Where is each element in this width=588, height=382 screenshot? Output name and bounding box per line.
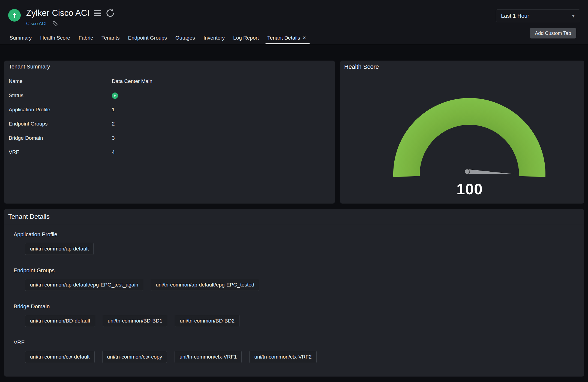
tenant-details-title: Tenant Details [8, 213, 50, 220]
tag-icon[interactable] [52, 21, 58, 27]
tenant-summary-header: Tenant Summary [4, 61, 335, 73]
app-root: Zylker Cisco ACI Cisco ACI Last 1 Hour ▼ [0, 0, 588, 382]
tab-outages[interactable]: Outages [175, 32, 196, 44]
tenant-details-panel: Tenant Details Application Profileuni/tn… [4, 209, 584, 377]
resource-chip: uni/tn-common/ap-default [25, 243, 94, 255]
resource-chip: uni/tn-common/ctx-VRF1 [175, 351, 242, 363]
tab-label: Log Report [233, 35, 259, 41]
resource-chip: uni/tn-common/ctx-VRF2 [249, 351, 316, 363]
detail-section-label: Application Profile [14, 231, 584, 237]
tab-label: Outages [175, 35, 195, 41]
tab-endpoint-groups[interactable]: Endpoint Groups [127, 32, 167, 44]
chevron-down-icon: ▼ [571, 14, 575, 18]
detail-chip-row: uni/tn-common/BD-defaultuni/tn-common/BD… [25, 315, 584, 327]
summary-row-value: 4 [112, 149, 115, 155]
tab-fabric[interactable]: Fabric [78, 32, 94, 44]
resource-chip: uni/tn-common/ap-default/epg-EPG_test_ag… [25, 279, 143, 291]
detail-section-bridge-domain: Bridge Domainuni/tn-common/BD-defaultuni… [14, 303, 584, 327]
resource-chip: uni/tn-common/BD-BD2 [175, 315, 239, 327]
summary-row-label: Endpoint Groups [4, 121, 112, 127]
tab-label: Tenants [101, 35, 120, 41]
gauge-needle [465, 169, 515, 174]
device-status-up-icon [8, 9, 21, 22]
tab-label: Inventory [203, 35, 225, 41]
summary-row-value: Data Center Main [112, 78, 152, 84]
resource-chip: uni/tn-common/BD-default [25, 315, 95, 327]
tab-label: Tenant Details [267, 35, 300, 41]
up-arrow-icon [11, 12, 18, 19]
summary-row-label: Name [4, 78, 112, 84]
resource-chip: uni/tn-common/ctx-copy [102, 351, 167, 363]
health-score-gauge: 100 [340, 61, 584, 204]
summary-row-label: Application Profile [4, 107, 112, 113]
detail-section-label: Bridge Domain [14, 303, 584, 309]
tab-tenant-details[interactable]: Tenant Details× [267, 32, 307, 44]
tab-label: Endpoint Groups [128, 35, 167, 41]
tenant-summary-rows: NameData Center MainStatusApplication Pr… [4, 73, 335, 159]
tab-health-score[interactable]: Health Score [40, 32, 71, 44]
summary-row-status: Status [4, 88, 335, 103]
health-score-panel: Health Score 100 [340, 61, 584, 204]
detail-section-label: VRF [14, 339, 584, 345]
tenant-details-header: Tenant Details [4, 209, 584, 224]
close-icon[interactable]: × [302, 35, 306, 41]
detail-chip-row: uni/tn-common/ap-default [25, 243, 584, 255]
tab-inventory[interactable]: Inventory [203, 32, 225, 44]
time-range-value: Last 1 Hour [501, 13, 529, 19]
device-type-link[interactable]: Cisco ACI [26, 21, 47, 26]
summary-row-vrf: VRF4 [4, 145, 335, 159]
status-up-icon [112, 92, 118, 99]
summary-row-bridge-domain: Bridge Domain3 [4, 131, 335, 145]
summary-row-endpoint-groups: Endpoint Groups2 [4, 117, 335, 131]
detail-section-endpoint-groups: Endpoint Groupsuni/tn-common/ap-default/… [14, 267, 584, 291]
detail-chip-row: uni/tn-common/ap-default/epg-EPG_test_ag… [25, 279, 584, 291]
resource-chip: uni/tn-common/BD-BD1 [103, 315, 167, 327]
summary-row-application-profile: Application Profile1 [4, 103, 335, 117]
tenant-details-sections: Application Profileuni/tn-common/ap-defa… [4, 231, 584, 363]
tab-summary[interactable]: Summary [9, 32, 32, 44]
summary-row-label: Status [4, 92, 112, 99]
summary-row-label: Bridge Domain [4, 135, 112, 141]
detail-section-label: Endpoint Groups [14, 267, 584, 273]
tenant-summary-title: Tenant Summary [9, 64, 50, 70]
tab-log-report[interactable]: Log Report [233, 32, 259, 44]
time-range-select[interactable]: Last 1 Hour ▼ [496, 10, 580, 22]
summary-row-value: 2 [112, 121, 115, 127]
detail-chip-row: uni/tn-common/ctx-defaultuni/tn-common/c… [25, 351, 584, 363]
tab-tenants[interactable]: Tenants [101, 32, 120, 44]
tab-bar: SummaryHealth ScoreFabricTenantsEndpoint… [9, 32, 307, 44]
detail-section-vrf: VRFuni/tn-common/ctx-defaultuni/tn-commo… [14, 339, 584, 363]
menu-icon[interactable] [94, 10, 101, 17]
summary-row-label: VRF [4, 149, 112, 155]
detail-section-application-profile: Application Profileuni/tn-common/ap-defa… [14, 231, 584, 255]
add-custom-tab-button[interactable]: Add Custom Tab [530, 28, 576, 38]
tab-label: Summary [10, 35, 32, 41]
tab-label: Health Score [40, 35, 70, 41]
health-score-value: 100 [457, 180, 483, 198]
tab-label: Fabric [79, 35, 93, 41]
summary-row-value: 3 [112, 135, 115, 141]
resource-chip: uni/tn-common/ctx-default [25, 351, 95, 363]
page-title: Zylker Cisco ACI [26, 8, 89, 18]
summary-row-name: NameData Center Main [4, 74, 335, 88]
resource-chip: uni/tn-common/ap-default/epg-EPG_tested [151, 279, 259, 291]
tenant-summary-panel: Tenant Summary NameData Center MainStatu… [4, 61, 335, 204]
app-header: Zylker Cisco ACI Cisco ACI Last 1 Hour ▼ [0, 0, 588, 44]
summary-row-value: 1 [112, 107, 115, 113]
refresh-icon[interactable] [106, 8, 115, 18]
